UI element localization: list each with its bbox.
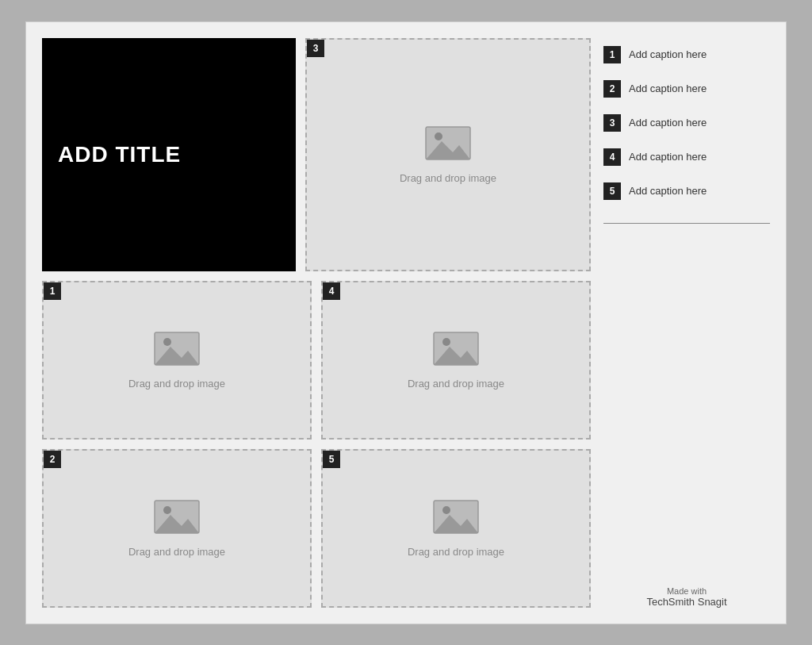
drag-text-3: Drag and drop image — [400, 172, 496, 184]
title-block[interactable]: ADD TITLE — [42, 38, 296, 271]
caption-num-1: 1 — [603, 46, 621, 63]
caption-num-3: 3 — [603, 114, 621, 132]
caption-item-1[interactable]: 1 Add caption here — [603, 38, 770, 72]
image-placeholder-icon-4 — [432, 331, 480, 370]
bottom-row: 2 Drag and drop image 5 — [42, 449, 591, 608]
svg-point-10 — [163, 506, 171, 514]
slot-number-5: 5 — [323, 451, 340, 468]
drag-text-5: Drag and drop image — [408, 546, 504, 558]
slot-number-1: 1 — [44, 282, 61, 300]
sidebar-divider — [603, 223, 770, 224]
made-with-block: Made with TechSmith Snagit — [603, 578, 770, 608]
image-slot-2[interactable]: 2 Drag and drop image — [42, 449, 312, 608]
drag-text-1: Drag and drop image — [128, 378, 225, 390]
svg-point-13 — [442, 506, 450, 514]
middle-row: 1 Drag and drop image 4 — [42, 281, 591, 440]
drag-text-4: Drag and drop image — [408, 378, 504, 390]
image-placeholder-icon-1 — [153, 331, 201, 370]
caption-text-2: Add caption here — [629, 83, 707, 94]
caption-text-5: Add caption here — [629, 185, 707, 197]
main-content: ADD TITLE 3 Drag and drop image 1 — [42, 38, 591, 608]
svg-point-1 — [435, 132, 442, 140]
slot-number-4: 4 — [323, 282, 340, 300]
caption-num-5: 5 — [603, 182, 621, 200]
image-placeholder-icon-5 — [432, 499, 480, 538]
image-placeholder-icon-3 — [424, 125, 472, 164]
caption-item-4[interactable]: 4 Add caption here — [603, 140, 770, 175]
slot-number-3: 3 — [307, 40, 324, 57]
caption-item-2[interactable]: 2 Add caption here — [603, 72, 770, 106]
image-slot-5[interactable]: 5 Drag and drop image — [321, 449, 591, 608]
top-row: ADD TITLE 3 Drag and drop image — [42, 38, 591, 271]
drag-text-2: Drag and drop image — [128, 546, 225, 558]
caption-text-1: Add caption here — [629, 48, 707, 60]
sidebar: 1 Add caption here 2 Add caption here 3 … — [603, 38, 770, 608]
page-title: ADD TITLE — [58, 142, 181, 167]
canvas: ADD TITLE 3 Drag and drop image 1 — [25, 21, 787, 624]
svg-point-4 — [163, 338, 171, 346]
image-slot-4[interactable]: 4 Drag and drop image — [321, 281, 591, 440]
caption-item-3[interactable]: 3 Add caption here — [603, 106, 770, 140]
caption-item-5[interactable]: 5 Add caption here — [603, 175, 770, 209]
caption-num-4: 4 — [603, 148, 621, 166]
made-with-brand: TechSmith Snagit — [603, 596, 770, 608]
slot-number-2: 2 — [44, 451, 61, 468]
made-with-label: Made with — [603, 586, 770, 596]
image-placeholder-icon-2 — [153, 499, 201, 538]
caption-num-2: 2 — [603, 80, 621, 98]
image-slot-3[interactable]: 3 Drag and drop image — [305, 38, 591, 271]
image-slot-1[interactable]: 1 Drag and drop image — [42, 281, 312, 440]
caption-text-3: Add caption here — [629, 117, 707, 129]
caption-text-4: Add caption here — [629, 151, 707, 163]
svg-point-7 — [442, 338, 450, 346]
